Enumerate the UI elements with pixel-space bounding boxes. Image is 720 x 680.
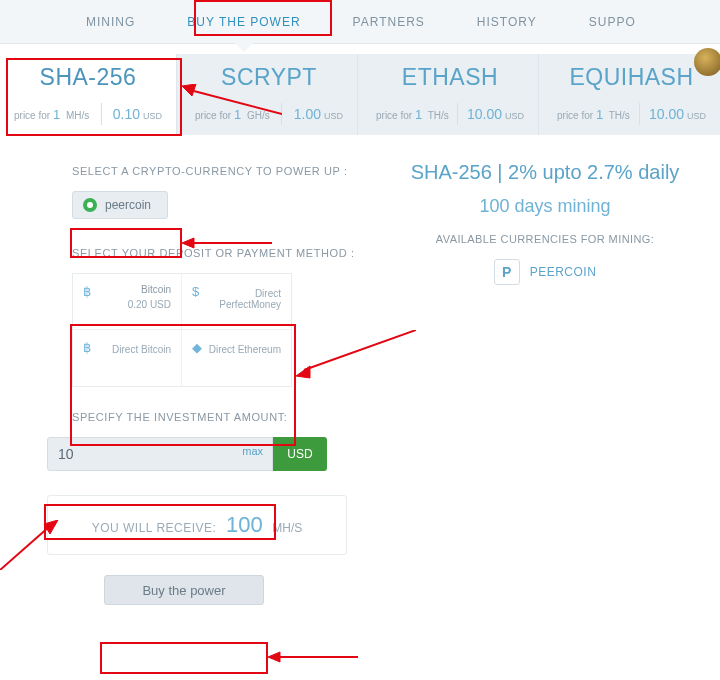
- algo-title: SHA-256: [14, 64, 162, 91]
- receive-box: YOU WILL RECEIVE: 100 MH/S: [47, 495, 347, 555]
- nav-history[interactable]: HISTORY: [451, 0, 563, 43]
- amount-row: max USD: [47, 437, 327, 471]
- arrow-buy: [268, 650, 358, 667]
- algo-card-scrypt[interactable]: SCRYPT price for 1 GH/s 1.00USD: [181, 54, 358, 135]
- algo-meta: price for 1 TH/s 10.00USD: [557, 103, 706, 125]
- payment-direct-ethereum[interactable]: ◆ Direct Ethereum: [182, 330, 291, 386]
- available-coin[interactable]: P PEERCOIN: [392, 259, 698, 285]
- algo-title: SCRYPT: [195, 64, 343, 91]
- algo-card-equihash[interactable]: EQUIHASH price for 1 TH/s 10.00USD: [543, 54, 720, 135]
- top-nav: MINING BUY THE POWER PARTNERS HISTORY SU…: [0, 0, 720, 44]
- highlight-buy: [100, 642, 268, 674]
- payment-perfectmoney[interactable]: $ Direct PerfectMoney: [182, 274, 291, 330]
- algo-card-sha256[interactable]: SHA-256 price for 1 MH/s 0.10USD: [0, 54, 177, 135]
- bitcoin-icon: ฿: [83, 284, 91, 299]
- label-select-payment: SELECT YOUR DEPOSIT OR PAYMENT METHOD :: [72, 247, 376, 259]
- summary-subtitle: 100 days mining: [392, 196, 698, 217]
- label-select-crypto: SELECT A CRYPTO-CURRENCY TO POWER UP :: [72, 165, 376, 177]
- algo-meta: price for 1 MH/s 0.10USD: [14, 103, 162, 125]
- label-specify-amount: SPECIFY THE INVESTMENT AMOUNT:: [72, 411, 376, 423]
- left-column: SELECT A CRYPTO-CURRENCY TO POWER UP : p…: [12, 153, 382, 605]
- right-column: SHA-256 | 2% upto 2.7% daily 100 days mi…: [382, 153, 708, 605]
- nav-mining[interactable]: MINING: [60, 0, 161, 43]
- summary-title: SHA-256 | 2% upto 2.7% daily: [392, 161, 698, 184]
- algo-tabs: SHA-256 price for 1 MH/s 0.10USD SCRYPT …: [0, 54, 720, 135]
- svg-marker-9: [268, 652, 280, 662]
- nav-buy-the-power[interactable]: BUY THE POWER: [161, 0, 326, 43]
- payment-bitcoin[interactable]: ฿ Bitcoin 0.20 USD: [73, 274, 182, 330]
- main-content: SELECT A CRYPTO-CURRENCY TO POWER UP : p…: [0, 153, 720, 605]
- peercoin-box-icon: P: [494, 259, 520, 285]
- available-label: AVAILABLE CURRENCIES FOR MINING:: [392, 233, 698, 245]
- nav-partners[interactable]: PARTNERS: [327, 0, 451, 43]
- algo-card-ethash[interactable]: ETHASH price for 1 TH/s 10.00USD: [362, 54, 539, 135]
- available-coin-name: PEERCOIN: [530, 265, 597, 279]
- dollar-icon: $: [192, 284, 199, 299]
- crypto-name: peercoin: [105, 198, 151, 212]
- amount-input[interactable]: [47, 437, 273, 471]
- badge-icon: [694, 48, 720, 76]
- algo-meta: price for 1 GH/s 1.00USD: [195, 103, 343, 125]
- amount-unit: USD: [273, 437, 327, 471]
- buy-power-button[interactable]: Buy the power: [104, 575, 264, 605]
- algo-title: EQUIHASH: [557, 64, 706, 91]
- payment-grid: ฿ Bitcoin 0.20 USD $ Direct PerfectMoney…: [72, 273, 292, 387]
- algo-meta: price for 1 TH/s 10.00USD: [376, 103, 524, 125]
- payment-direct-bitcoin[interactable]: ฿ Direct Bitcoin: [73, 330, 182, 386]
- bitcoin-icon: ฿: [83, 340, 91, 355]
- max-link[interactable]: max: [242, 445, 263, 457]
- algo-title: ETHASH: [376, 64, 524, 91]
- crypto-selector[interactable]: peercoin: [72, 191, 168, 219]
- ethereum-icon: ◆: [192, 340, 202, 355]
- peercoin-icon: [83, 198, 97, 212]
- nav-support[interactable]: SUPPO: [563, 0, 662, 43]
